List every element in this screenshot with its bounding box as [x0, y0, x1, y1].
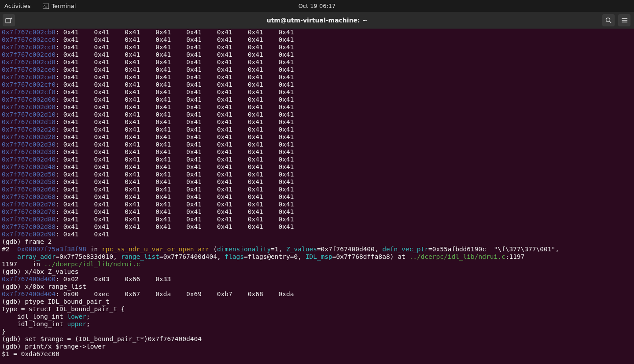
clock-label: Oct 19 06:17	[299, 3, 336, 9]
hamburger-menu-button[interactable]	[618, 14, 630, 26]
window-title: utm@utm-virtual-machine: ~	[267, 17, 368, 24]
window-titlebar: utm@utm-virtual-machine: ~	[0, 12, 634, 29]
terminal-app-label: Terminal	[52, 3, 76, 9]
svg-rect-2	[6, 18, 11, 23]
hamburger-icon	[621, 18, 628, 23]
activities-button[interactable]: Activities	[4, 3, 30, 9]
terminal-output[interactable]: 0x7f767c002cb8: 0x41 0x41 0x41 0x41 0x41…	[0, 29, 634, 364]
svg-rect-0	[43, 4, 49, 9]
gnome-topbar: Activities Terminal Oct 19 06:17	[0, 0, 634, 12]
clock[interactable]: Oct 19 06:17	[299, 3, 336, 9]
activities-label: Activities	[4, 3, 30, 9]
terminal-app-menu[interactable]: Terminal	[43, 3, 76, 9]
terminal-icon	[43, 4, 49, 9]
svg-point-5	[606, 18, 610, 22]
search-icon	[605, 17, 612, 24]
new-tab-icon	[5, 17, 12, 23]
svg-line-6	[609, 21, 611, 23]
new-tab-button[interactable]	[3, 14, 15, 26]
search-button[interactable]	[602, 14, 615, 26]
